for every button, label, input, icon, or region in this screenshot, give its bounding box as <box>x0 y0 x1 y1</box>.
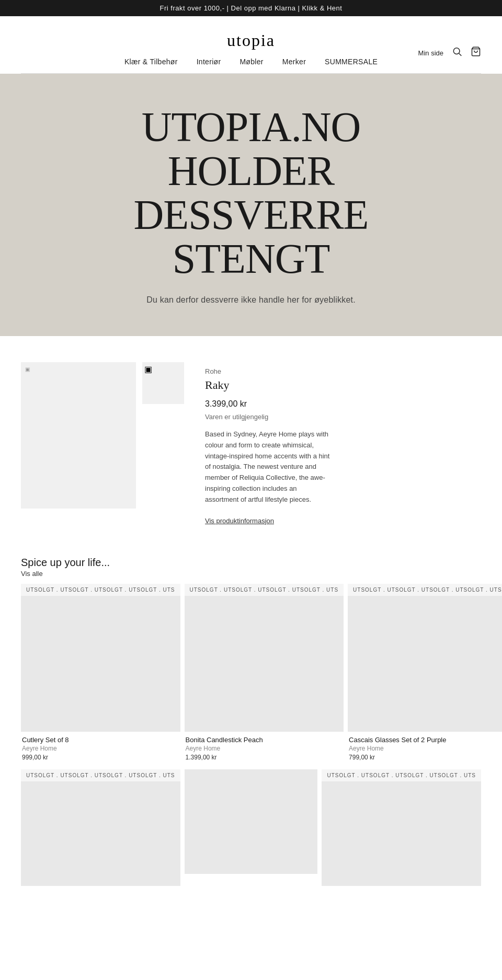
product-card-6[interactable]: UTSOLGT . UTSOLGT . UTSOLGT . UTSOLGT . … <box>322 769 481 886</box>
cart-button[interactable] <box>471 47 481 60</box>
product-card-img-1 <box>21 596 180 732</box>
main-nav: Klær & Tilbehør Interiør Møbler Merker S… <box>21 52 481 74</box>
collections-section: Spice up your life... Vis alle UTSOLGT .… <box>0 541 502 886</box>
product-card-price-1: 999,00 kr <box>22 754 179 761</box>
product-card-brand-2: Aeyre Home <box>186 745 343 752</box>
logo-text: utopia <box>227 31 275 50</box>
product-grid-second: UTSOLGT . UTSOLGT . UTSOLGT . UTSOLGT . … <box>21 769 481 886</box>
product-card-4[interactable]: UTSOLGT . UTSOLGT . UTSOLGT . UTSOLGT . … <box>21 769 180 886</box>
svg-point-0 <box>453 48 460 54</box>
product-brand: Rohe <box>205 367 481 375</box>
product-info-link[interactable]: Vis produktinformasjon <box>205 517 274 525</box>
product-name: Raky <box>205 378 481 392</box>
product-card-brand-1: Aeyre Home <box>22 745 179 752</box>
collections-header: Spice up your life... Vis alle <box>21 557 481 578</box>
product-card-name-1: Cutlery Set of 8 <box>22 736 179 744</box>
product-card-5[interactable] <box>185 769 318 886</box>
sold-out-banner-2: UTSOLGT . UTSOLGT . UTSOLGT . UTSOLGT . … <box>185 584 344 596</box>
product-card-price-3: 799,00 kr <box>349 754 502 761</box>
sold-out-banner-4: UTSOLGT . UTSOLGT . UTSOLGT . UTSOLGT . … <box>21 769 180 781</box>
min-side-link[interactable]: Min side <box>418 49 443 57</box>
product-images: ▣ ▣ <box>21 362 184 525</box>
product-section: ▣ ▣ Rohe Raky 3.399,00 kr Varen er utilg… <box>0 336 502 541</box>
product-card-info-2: Bonita Candlestick Peach Aeyre Home 1.39… <box>185 732 344 765</box>
sold-out-banner-3: UTSOLGT . UTSOLGT . UTSOLGT . UTSOLGT . … <box>348 584 502 596</box>
nav-item-summersale[interactable]: SUMMERSALE <box>325 57 378 66</box>
product-thumb-1[interactable]: ▣ <box>142 362 184 404</box>
collections-title: Spice up your life... <box>21 557 481 569</box>
product-card-img-3 <box>348 596 502 732</box>
product-card-img-6 <box>322 781 481 886</box>
product-card-3[interactable]: UTSOLGT . UTSOLGT . UTSOLGT . UTSOLGT . … <box>348 584 502 765</box>
nav-item-mobler[interactable]: Møbler <box>239 57 263 66</box>
product-card-img-4 <box>21 781 180 886</box>
header-actions: Min side <box>418 47 481 60</box>
nav-item-interior[interactable]: Interiør <box>197 57 221 66</box>
product-grid: UTSOLGT . UTSOLGT . UTSOLGT . UTSOLGT . … <box>21 584 481 765</box>
search-button[interactable] <box>452 47 462 60</box>
product-card-img-2 <box>185 596 344 732</box>
product-info: Rohe Raky 3.399,00 kr Varen er utilgjeng… <box>205 362 481 525</box>
svg-line-1 <box>459 53 462 56</box>
product-description: Based in Sydney, Aeyre Home plays with c… <box>205 429 330 505</box>
header: Min side utopia Klær & Tilbehør Interiør… <box>0 16 502 74</box>
product-card-2[interactable]: UTSOLGT . UTSOLGT . UTSOLGT . UTSOLGT . … <box>185 584 344 765</box>
product-card-name-2: Bonita Candlestick Peach <box>186 736 343 744</box>
hero-section: UTOPIA.NO HOLDER DESSVERRE STENGT Du kan… <box>0 74 502 336</box>
product-card-brand-3: Aeyre Home <box>349 745 502 752</box>
nav-item-klaer[interactable]: Klær & Tilbehør <box>124 57 178 66</box>
nav-item-merker[interactable]: Merker <box>282 57 306 66</box>
logo[interactable]: utopia <box>21 26 481 52</box>
top-banner: Fri frakt over 1000,- | Del opp med Klar… <box>0 0 502 16</box>
sold-out-banner-1: UTSOLGT . UTSOLGT . UTSOLGT . UTSOLGT . … <box>21 584 180 596</box>
search-icon <box>452 47 462 57</box>
product-main-image: ▣ <box>21 362 136 509</box>
product-card-1[interactable]: UTSOLGT . UTSOLGT . UTSOLGT . UTSOLGT . … <box>21 584 180 765</box>
product-card-info-3: Cascais Glasses Set of 2 Purple Aeyre Ho… <box>348 732 502 765</box>
sold-out-banner-6: UTSOLGT . UTSOLGT . UTSOLGT . UTSOLGT . … <box>322 769 481 781</box>
hero-title: UTOPIA.NO HOLDER DESSVERRE STENGT <box>21 105 481 281</box>
hero-subtitle: Du kan derfor dessverre ikke handle her … <box>21 295 481 305</box>
product-price: 3.399,00 kr <box>205 399 481 409</box>
product-card-price-2: 1.399,00 kr <box>186 754 343 761</box>
product-card-name-3: Cascais Glasses Set of 2 Purple <box>349 736 502 744</box>
cart-icon <box>471 47 481 57</box>
top-banner-text: Fri frakt over 1000,- | Del opp med Klar… <box>160 4 343 12</box>
product-unavailable: Varen er utilgjengelig <box>205 413 481 421</box>
product-card-img-5 <box>185 769 318 874</box>
view-all-link[interactable]: Vis alle <box>21 570 481 578</box>
product-card-info-1: Cutlery Set of 8 Aeyre Home 999,00 kr <box>21 732 180 765</box>
